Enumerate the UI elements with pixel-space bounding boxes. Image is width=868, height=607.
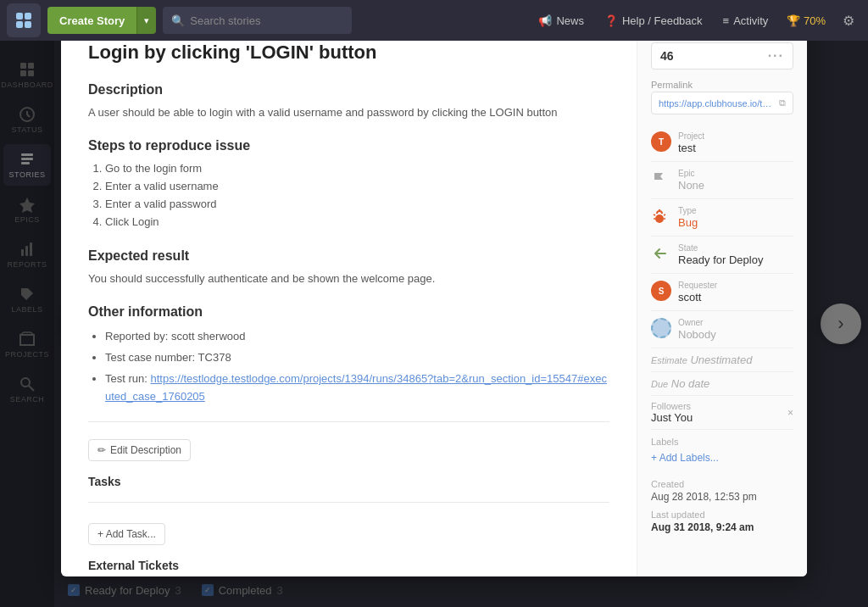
- epic-value: None: [678, 179, 793, 192]
- create-story-button[interactable]: Create Story: [47, 7, 136, 34]
- other-item-2: Test case number: TC378: [105, 348, 609, 369]
- state-icon: [651, 245, 671, 265]
- owner-avatar: [651, 318, 671, 338]
- description-text: A user should be able to login with a va…: [88, 104, 609, 122]
- due-label: Due: [651, 379, 668, 389]
- created-value: Aug 28 2018, 12:53 pm: [651, 491, 793, 503]
- due-value: No date: [671, 377, 710, 390]
- permalink-label: Permalink: [651, 80, 793, 90]
- modal-content: Login by clicking 'LOGIN' button Descrip…: [61, 17, 637, 576]
- news-icon: 📢: [538, 14, 552, 27]
- updated-value: Aug 31 2018, 9:24 am: [651, 521, 793, 533]
- more-options-button[interactable]: ···: [768, 48, 784, 64]
- add-task-button[interactable]: + Add Task...: [88, 523, 165, 545]
- svg-line-20: [654, 214, 655, 215]
- labels-section: Labels + Add Labels...: [651, 430, 793, 472]
- state-value: Ready for Deploy: [678, 253, 793, 266]
- step-4: Click Login: [105, 214, 609, 231]
- story-title: Login by clicking 'LOGIN' button: [88, 41, 609, 65]
- steps-heading: Steps to reproduce issue: [88, 138, 609, 153]
- divider-1: [88, 421, 609, 422]
- edit-description-button[interactable]: ✏ Edit Description: [88, 439, 191, 461]
- project-value: test: [678, 142, 793, 154]
- svg-rect-0: [16, 13, 23, 19]
- owner-content: Owner Nobody: [678, 318, 793, 341]
- search-icon: 🔍: [171, 14, 185, 27]
- epic-content: Epic None: [678, 169, 793, 192]
- svg-point-18: [655, 214, 664, 223]
- test-run-link[interactable]: https://testlodge.testlodge.com/projects…: [105, 372, 607, 403]
- help-link[interactable]: ❓ Help / Feedback: [596, 9, 711, 32]
- followers-value: Just You: [651, 411, 693, 424]
- news-link[interactable]: 📢 News: [530, 9, 593, 32]
- story-id-box: 46 ···: [651, 42, 793, 70]
- project-key: Project: [678, 131, 793, 141]
- help-icon: ❓: [604, 14, 618, 27]
- divider-tasks: [88, 502, 609, 503]
- epic-key: Epic: [678, 169, 793, 178]
- progress-indicator: 🏆 70%: [780, 9, 832, 32]
- estimate-row: Estimate Unestimated: [651, 348, 793, 372]
- activity-link[interactable]: ≡ Activity: [715, 9, 777, 32]
- search-box: 🔍: [163, 7, 352, 34]
- state-row: State Ready for Deploy: [651, 237, 793, 274]
- requester-content: Requester scott: [678, 281, 793, 304]
- create-story-dropdown[interactable]: ▾: [136, 7, 156, 34]
- expected-heading: Expected result: [88, 248, 609, 264]
- requester-value: scott: [678, 291, 793, 304]
- other-item-1: Reported by: scott sherwood: [105, 326, 609, 348]
- type-value: Bug: [678, 216, 793, 229]
- other-heading: Other information: [88, 304, 609, 320]
- type-key: Type: [678, 206, 793, 215]
- story-modal: × Login by clicking 'LOGIN' button Descr…: [61, 17, 807, 576]
- followers-key: Followers: [651, 401, 693, 411]
- modal-sidebar: Story ID 46 ··· Permalink https://app.cl…: [637, 17, 807, 576]
- step-3: Enter a valid password: [105, 196, 609, 214]
- expected-text: You should successfully authenticate and…: [88, 270, 609, 288]
- nav-links: 📢 News ❓ Help / Feedback ≡ Activity 🏆 70…: [530, 8, 861, 34]
- news-label: News: [556, 14, 584, 27]
- project-row: T Project test: [651, 125, 793, 162]
- estimate-value: Unestimated: [690, 354, 752, 366]
- project-avatar: T: [651, 131, 671, 152]
- owner-value: Nobody: [678, 328, 793, 341]
- steps-list: Go to the login form Enter a valid usern…: [88, 160, 609, 231]
- search-input[interactable]: [190, 14, 343, 27]
- requester-row: S Requester scott: [651, 274, 793, 311]
- svg-rect-1: [25, 13, 31, 19]
- project-content: Project test: [678, 131, 793, 154]
- type-icon: [651, 208, 671, 228]
- external-tickets-section: External Tickets + Add External Ticket..…: [88, 559, 609, 576]
- estimate-label: Estimate: [651, 355, 687, 365]
- trophy-icon: 🏆: [787, 14, 800, 27]
- step-1: Go to the login form: [105, 160, 609, 178]
- labels-key: Labels: [651, 437, 793, 447]
- tasks-heading: Tasks: [88, 475, 609, 488]
- other-list: Reported by: scott sherwood Test case nu…: [88, 326, 609, 407]
- tasks-section: Tasks + Add Task...: [88, 475, 609, 545]
- step-2: Enter a valid username: [105, 178, 609, 196]
- ext-tickets-heading: External Tickets: [88, 559, 609, 572]
- permalink-group: Permalink https://app.clubhouse.io/testl…: [651, 80, 793, 114]
- state-content: State Ready for Deploy: [678, 243, 793, 266]
- followers-content: Followers Just You: [651, 401, 693, 424]
- permalink-text: https://app.clubhouse.io/testlo ...: [659, 98, 776, 109]
- activity-icon: ≡: [723, 14, 730, 27]
- app-logo: [7, 3, 41, 37]
- help-label: Help / Feedback: [622, 14, 703, 27]
- story-id-value: 46: [660, 49, 674, 63]
- followers-row: Followers Just You ×: [651, 396, 793, 430]
- created-key: Created: [651, 479, 793, 489]
- permalink-box: https://app.clubhouse.io/testlo ... ⧉: [651, 92, 793, 114]
- owner-key: Owner: [678, 318, 793, 327]
- remove-follower-button[interactable]: ×: [787, 407, 793, 419]
- dates-section: Created Aug 28 2018, 12:53 pm Last updat…: [651, 472, 793, 540]
- settings-link[interactable]: ⚙: [836, 8, 861, 34]
- modal-overlay: × Login by clicking 'LOGIN' button Descr…: [0, 0, 868, 607]
- activity-label: Activity: [733, 14, 768, 27]
- copy-link-button[interactable]: ⧉: [779, 97, 786, 109]
- epic-row: Epic None: [651, 162, 793, 199]
- svg-rect-2: [16, 21, 23, 28]
- state-key: State: [678, 243, 793, 253]
- add-labels-button[interactable]: + Add Labels...: [651, 450, 793, 465]
